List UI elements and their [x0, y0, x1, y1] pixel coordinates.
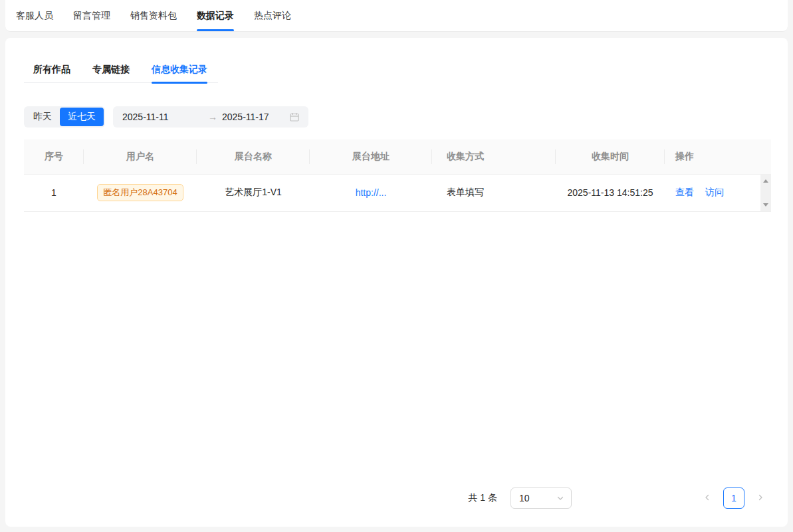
- prev-page-button[interactable]: [697, 488, 718, 509]
- username-badge: 匿名用户28A43704: [97, 184, 183, 201]
- date-range-picker[interactable]: 2025-11-11 → 2025-11-17: [113, 106, 308, 128]
- swap-right-icon: →: [203, 112, 222, 122]
- cell-serial: 1: [24, 174, 84, 211]
- cell-username: 匿名用户28A43704: [84, 174, 197, 211]
- page-size-select[interactable]: 10: [510, 488, 572, 509]
- page-1-button[interactable]: 1: [723, 488, 744, 509]
- filter-last-seven-days-button[interactable]: 近七天: [60, 108, 104, 126]
- booth-url-link[interactable]: http://...: [356, 187, 387, 198]
- column-header-booth-url: 展台地址: [310, 139, 432, 174]
- pagination-bar: 共 1 条 10 1: [24, 488, 771, 509]
- subtab-exclusive-links[interactable]: 专属链接: [92, 56, 130, 82]
- cell-booth-url: http://...: [310, 174, 432, 211]
- total-count-label: 共 1 条: [468, 492, 497, 504]
- top-tab-bar: 客服人员 留言管理 销售资料包 数据记录 热点评论: [5, 0, 788, 32]
- records-table: 序号 用户名 展台名称 展台地址 收集方式 收集时间 操作 1 匿名用户28A4…: [24, 139, 771, 212]
- column-header-time: 收集时间: [556, 139, 665, 174]
- cell-booth-name: 艺术展厅1-V1: [197, 174, 310, 211]
- column-header-actions: 操作: [665, 139, 771, 174]
- filter-yesterday-button[interactable]: 昨天: [25, 108, 60, 126]
- column-header-username: 用户名: [84, 139, 197, 174]
- cell-method: 表单填写: [432, 174, 556, 211]
- scroll-down-icon[interactable]: [763, 203, 768, 207]
- column-header-booth-name: 展台名称: [197, 139, 310, 174]
- view-link[interactable]: 查看: [675, 187, 694, 197]
- tab-hot-comments[interactable]: 热点评论: [254, 0, 291, 31]
- content-card: 所有作品 专属链接 信息收集记录 昨天 近七天 2025-11-11 → 202…: [5, 38, 788, 527]
- calendar-icon: [290, 112, 299, 122]
- end-date-input[interactable]: 2025-11-17: [222, 112, 269, 122]
- scroll-up-icon[interactable]: [763, 179, 768, 183]
- subtab-all-works[interactable]: 所有作品: [33, 56, 70, 82]
- tab-data-records[interactable]: 数据记录: [197, 0, 234, 31]
- sub-tab-bar: 所有作品 专属链接 信息收集记录: [24, 56, 218, 83]
- table-row: 1 匿名用户28A43704 艺术展厅1-V1 http://... 表单填写 …: [24, 174, 771, 211]
- table-scrollbar[interactable]: [760, 175, 771, 211]
- tab-message-management[interactable]: 留言管理: [73, 0, 110, 31]
- table-header-row: 序号 用户名 展台名称 展台地址 收集方式 收集时间 操作: [24, 139, 771, 174]
- start-date-input[interactable]: 2025-11-11: [122, 112, 203, 122]
- column-header-method: 收集方式: [432, 139, 556, 174]
- filter-row: 昨天 近七天 2025-11-11 → 2025-11-17: [24, 106, 771, 128]
- chevron-left-icon: [703, 493, 711, 503]
- chevron-down-icon: [556, 494, 564, 502]
- date-quick-filter: 昨天 近七天: [24, 106, 105, 128]
- tab-customer-service[interactable]: 客服人员: [16, 0, 53, 31]
- cell-time: 2025-11-13 14:51:25: [556, 174, 665, 211]
- next-page-button[interactable]: [750, 488, 771, 509]
- cell-actions: 查看 访问: [665, 174, 771, 211]
- page-size-value: 10: [519, 493, 530, 503]
- column-header-serial: 序号: [24, 139, 84, 174]
- subtab-info-collection-records[interactable]: 信息收集记录: [152, 56, 207, 82]
- tab-sales-kit[interactable]: 销售资料包: [130, 0, 177, 31]
- chevron-right-icon: [756, 493, 764, 503]
- visit-link[interactable]: 访问: [705, 187, 724, 197]
